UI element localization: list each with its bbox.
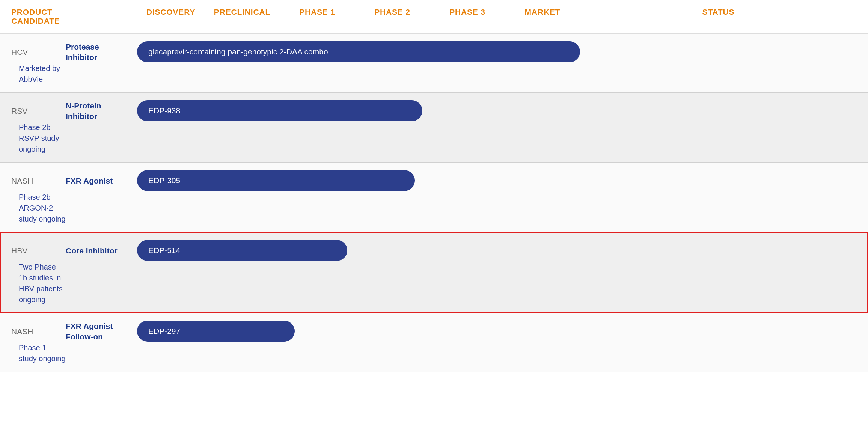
- header-phase3: PHASE 3: [430, 8, 505, 26]
- header-product: PRODUCT CANDIDATE: [11, 8, 66, 26]
- table-row: NASH FXR Agonist EDP-305 Phase 2b ARGON-…: [0, 163, 868, 232]
- pipeline-grid: PRODUCT CANDIDATE DISCOVERY PRECLINICAL …: [0, 0, 868, 372]
- header-phase1: PHASE 1: [280, 8, 355, 26]
- pipeline-bar: EDP-297: [137, 321, 295, 342]
- disease-label: NASH: [11, 176, 66, 185]
- status-cell: Two Phase 1b studies in HBV patients ong…: [11, 262, 66, 305]
- disease-label: HCV: [11, 48, 66, 57]
- table-header: PRODUCT CANDIDATE DISCOVERY PRECLINICAL …: [0, 0, 868, 34]
- table-row: HCV Protease Inhibitor glecaprevir-conta…: [0, 34, 868, 93]
- product-label: Protease Inhibitor: [66, 42, 137, 63]
- disease-label: HBV: [11, 246, 66, 255]
- pipeline-bar: glecaprevir-containing pan-genotypic 2-D…: [137, 41, 580, 62]
- pipeline-bar: EDP-305: [137, 170, 415, 191]
- product-label: N-Protein Inhibitor: [66, 101, 137, 122]
- bar-area: EDP-938: [137, 100, 857, 122]
- bar-area: glecaprevir-containing pan-genotypic 2-D…: [137, 41, 857, 63]
- status-cell: Phase 1 study ongoing: [11, 342, 66, 364]
- status-cell: Phase 2b RSVP study ongoing: [11, 122, 66, 155]
- product-label: FXR Agonist Follow-on: [66, 321, 137, 342]
- header-discovery: DISCOVERY: [137, 8, 205, 26]
- header-preclinical: PRECLINICAL: [205, 8, 280, 26]
- status-cell: Phase 2b ARGON-2 study ongoing: [11, 192, 66, 225]
- bar-area: EDP-297: [137, 321, 857, 342]
- pipeline-bar: EDP-938: [137, 100, 422, 121]
- table-row: HBV Core Inhibitor EDP-514 Two Phase 1b …: [0, 232, 868, 313]
- table-row: RSV N-Protein Inhibitor EDP-938 Phase 2b…: [0, 93, 868, 163]
- product-label: Core Inhibitor: [66, 246, 137, 256]
- header-status: STATUS: [580, 8, 857, 26]
- disease-label: NASH: [11, 327, 66, 336]
- pipeline-bar: EDP-514: [137, 240, 347, 261]
- status-cell: Marketed by AbbVie: [11, 63, 66, 85]
- header-market: MARKET: [505, 8, 580, 26]
- disease-label: RSV: [11, 107, 66, 116]
- bar-area: EDP-305: [137, 170, 857, 192]
- header-phase2: PHASE 2: [355, 8, 430, 26]
- table-row: NASH FXR Agonist Follow-on EDP-297 Phase…: [0, 313, 868, 372]
- bar-area: EDP-514: [137, 240, 857, 262]
- header-blank: [66, 8, 137, 26]
- product-label: FXR Agonist: [66, 176, 137, 186]
